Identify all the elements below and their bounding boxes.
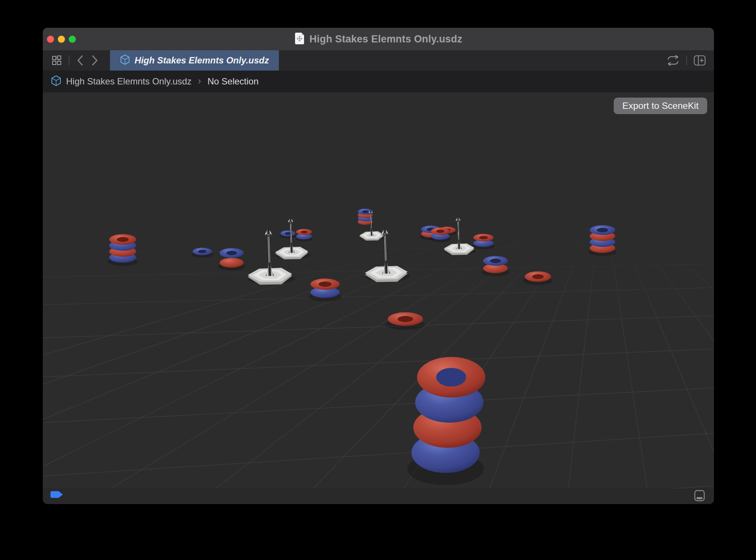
separator — [686, 56, 687, 65]
3d-viewport[interactable]: Export to SceneKit — [43, 92, 714, 489]
back-chevron-icon[interactable] — [73, 50, 87, 71]
tab-controls — [43, 50, 102, 71]
ring — [280, 230, 297, 238]
document-tab[interactable]: High Stakes Elemnts Only.usdz — [110, 50, 279, 71]
usdz-document-icon — [294, 32, 305, 46]
usdz-viewer-window: High Stakes Elemnts Only.usdz — [43, 28, 714, 504]
ring — [386, 312, 425, 330]
editor-controls — [664, 50, 709, 71]
export-scenekit-button[interactable]: Export to SceneKit — [614, 98, 707, 114]
ring-stack — [108, 234, 138, 266]
ring — [523, 271, 553, 285]
titlebar[interactable]: High Stakes Elemnts Only.usdz — [43, 28, 714, 50]
separator — [69, 56, 69, 65]
tab-bar: High Stakes Elemnts Only.usdz — [43, 50, 714, 71]
window-title: High Stakes Elemnts Only.usdz — [309, 33, 462, 45]
swap-editors-icon[interactable] — [664, 50, 682, 71]
breadcrumb-selection[interactable]: No Selection — [208, 76, 259, 87]
cube-3d-icon-breadcrumb — [51, 75, 61, 88]
window-title-area: High Stakes Elemnts Only.usdz — [43, 28, 714, 50]
breadcrumb-separator: › — [196, 75, 202, 87]
big-ring-stack — [407, 357, 485, 485]
cube-3d-icon — [120, 54, 130, 66]
show-bottom-panel-icon[interactable] — [694, 490, 705, 503]
ring-stack — [295, 229, 313, 241]
ring-stack — [430, 227, 451, 242]
ring-stack — [472, 234, 495, 249]
bottom-bar — [43, 489, 714, 504]
scene-graph-toggle[interactable] — [50, 491, 63, 500]
jump-bar: High Stakes Elemnts Only.usdz › No Selec… — [43, 71, 714, 92]
add-editor-split-icon[interactable] — [691, 50, 709, 71]
breadcrumb-file[interactable]: High Stakes Elemnts Only.usdz — [66, 76, 191, 87]
forward-chevron-icon[interactable] — [87, 50, 102, 71]
ring-stack — [588, 225, 617, 256]
ring-stack — [309, 278, 341, 301]
ring — [191, 248, 213, 257]
overview-grid-icon[interactable] — [49, 50, 65, 71]
ring-stack — [482, 256, 509, 276]
desktop-background: High Stakes Elemnts Only.usdz — [0, 0, 756, 560]
3d-scene — [43, 92, 714, 489]
tab-label: High Stakes Elemnts Only.usdz — [135, 55, 269, 66]
